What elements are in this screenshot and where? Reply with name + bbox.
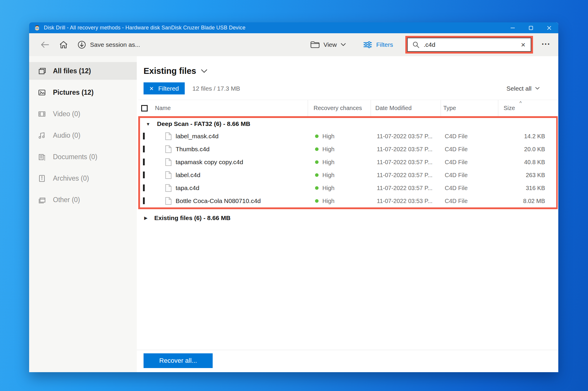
more-menu-button[interactable]: ••• — [539, 39, 552, 50]
recovery-high-dot — [315, 147, 319, 151]
group-label: Deep Scan - FAT32 (6) - 8.66 MB — [157, 120, 250, 127]
sidebar-item-all-files[interactable]: All files (12) — [29, 62, 137, 80]
column-header-name[interactable]: Name — [152, 100, 308, 116]
sidebar-item-audio[interactable]: Audio (0) — [29, 127, 137, 144]
recovery-label: High — [322, 172, 334, 179]
group-row-deep-scan[interactable]: ▼ Deep Scan - FAT32 (6) - 8.66 MB — [140, 118, 556, 130]
sidebar: All files (12) Pictures (12) Video (0) — [29, 56, 137, 372]
recovery-high-dot — [315, 160, 319, 164]
date-modified: 11-07-2022 03:57 P... — [372, 133, 442, 140]
file-name: Thumbs.c4d — [176, 146, 210, 153]
folder-icon — [310, 41, 320, 49]
recovery-high-dot — [315, 186, 319, 190]
search-input[interactable] — [424, 41, 516, 48]
row-checkbox[interactable] — [143, 184, 145, 191]
select-all-label: Select all — [507, 85, 532, 92]
filtered-chip-label: Filtered — [158, 85, 179, 92]
minimize-button[interactable] — [504, 22, 522, 33]
home-icon — [59, 41, 68, 49]
disk-drill-app-icon — [34, 25, 40, 31]
back-button[interactable] — [37, 38, 53, 51]
recovery-label: High — [322, 198, 334, 204]
sidebar-item-other[interactable]: Other (0) — [29, 191, 137, 209]
save-session-label: Save session as... — [90, 41, 140, 48]
sidebar-item-video[interactable]: Video (0) — [29, 105, 137, 123]
sidebar-item-documents[interactable]: Documents (0) — [29, 148, 137, 166]
group-label: Existing files (6) - 8.66 MB — [154, 214, 231, 222]
file-type: C4D File — [442, 172, 500, 179]
date-modified: 11-07-2022 03:57 P... — [372, 185, 442, 192]
file-icon — [165, 197, 172, 205]
file-name: label_mask.c4d — [176, 133, 219, 140]
table-row[interactable]: label_mask.c4d High 11-07-2022 03:57 P..… — [140, 130, 556, 143]
file-icon — [165, 171, 172, 179]
select-all-button[interactable]: Select all — [507, 85, 540, 92]
file-icon — [165, 184, 172, 192]
file-name: tapa.c4d — [176, 184, 199, 192]
column-header-date[interactable]: Date Modified — [371, 100, 441, 116]
app-window: Disk Drill - All recovery methods - Hard… — [29, 22, 558, 372]
column-header-recovery[interactable]: Recovery chances — [308, 100, 371, 116]
recovery-label: High — [322, 146, 334, 153]
view-button[interactable]: View — [307, 38, 349, 51]
file-icon — [165, 132, 172, 140]
chevron-down-icon — [341, 43, 346, 46]
select-all-checkbox[interactable] — [141, 105, 148, 112]
row-checkbox[interactable] — [143, 159, 145, 165]
filters-button[interactable]: Filters — [359, 38, 397, 52]
search-box[interactable]: × — [407, 38, 531, 52]
minimize-icon — [510, 25, 515, 31]
save-session-button[interactable]: Save session as... — [74, 37, 144, 52]
filtered-chip[interactable]: × Filtered — [144, 82, 185, 94]
sidebar-item-label: Audio (0) — [53, 132, 80, 139]
recovery-high-dot — [315, 173, 319, 177]
search-clear-icon[interactable]: × — [520, 41, 527, 49]
row-checkbox[interactable] — [143, 133, 145, 139]
sidebar-item-archives[interactable]: Archives (0) — [29, 169, 137, 187]
sidebar-item-label: Other (0) — [53, 196, 80, 204]
recovery-label: High — [322, 133, 334, 140]
results-highlight-box: ▼ Deep Scan - FAT32 (6) - 8.66 MB label_… — [138, 116, 558, 209]
date-modified: 11-07-2022 03:57 P... — [372, 172, 442, 179]
sidebar-item-label: Archives (0) — [53, 174, 89, 182]
file-name: Bottle Coca-Cola N080710.c4d — [176, 197, 261, 204]
table-row[interactable]: tapa.c4d High 11-07-2022 03:57 P... C4D … — [140, 182, 556, 194]
row-checkbox[interactable] — [143, 146, 145, 152]
file-type: C4D File — [442, 133, 500, 140]
maximize-icon — [528, 25, 534, 31]
group-row-existing-files[interactable]: ▶ Existing files (6) - 8.66 MB — [138, 212, 558, 224]
maximize-button[interactable] — [522, 22, 540, 33]
file-name: label.c4d — [176, 172, 200, 179]
date-modified: 11-07-2022 03:57 P... — [372, 159, 442, 166]
filtered-clear-icon[interactable]: × — [149, 85, 154, 92]
recovery-label: High — [322, 159, 334, 166]
titlebar: Disk Drill - All recovery methods - Hard… — [29, 22, 558, 33]
pictures-icon — [38, 89, 46, 96]
column-header-type[interactable]: Type — [441, 100, 498, 116]
sidebar-item-pictures[interactable]: Pictures (12) — [29, 84, 137, 101]
heading-chevron-down-icon[interactable] — [201, 69, 207, 73]
sidebar-item-label: All files (12) — [53, 67, 91, 75]
table-row[interactable]: Thumbs.c4d High 11-07-2022 03:57 P... C4… — [140, 143, 556, 156]
file-type: C4D File — [442, 185, 500, 192]
back-arrow-icon — [40, 41, 50, 49]
table-row[interactable]: tapamask copy copy.c4d High 11-07-2022 0… — [140, 156, 556, 169]
recover-all-button[interactable]: Recover all... — [144, 353, 213, 368]
file-type: C4D File — [442, 146, 500, 153]
column-header-size[interactable]: ^ Size — [498, 100, 558, 116]
file-size: 14.2 KB — [500, 133, 556, 140]
row-checkbox[interactable] — [143, 197, 145, 204]
file-name: tapamask copy copy.c4d — [176, 159, 243, 166]
recovery-high-dot — [315, 134, 319, 138]
group-collapsed-icon[interactable]: ▶ — [144, 215, 148, 221]
main-panel: Existing files × Filtered 12 files / 17.… — [137, 56, 558, 372]
group-expanded-icon[interactable]: ▼ — [146, 122, 150, 127]
table-row[interactable]: Bottle Coca-Cola N080710.c4d High 11-07-… — [140, 194, 556, 207]
home-button[interactable] — [56, 38, 71, 52]
recovery-high-dot — [315, 199, 319, 203]
row-checkbox[interactable] — [143, 172, 145, 178]
sort-ascending-icon: ^ — [519, 101, 522, 106]
date-modified: 11-07-2022 03:53 P... — [372, 198, 442, 204]
close-button[interactable] — [540, 22, 558, 33]
table-row[interactable]: label.c4d High 11-07-2022 03:57 P... C4D… — [140, 169, 556, 182]
